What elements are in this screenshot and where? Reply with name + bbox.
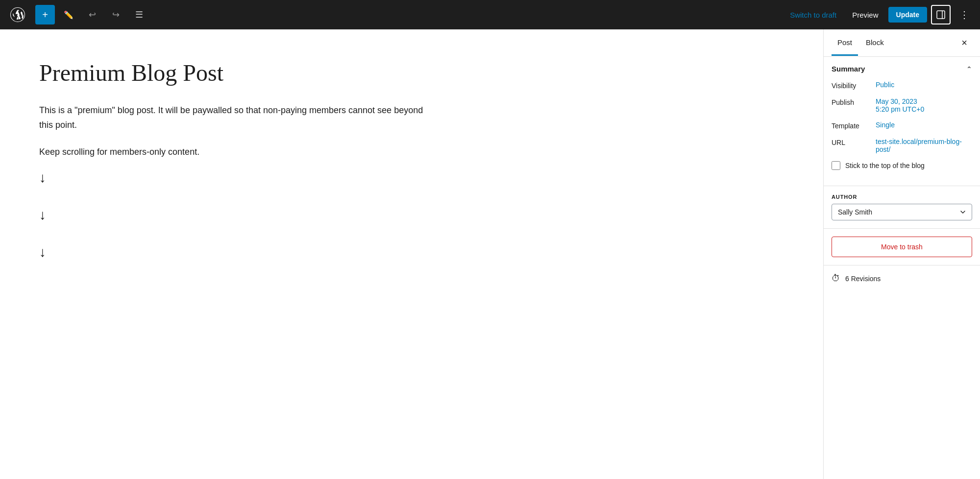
revisions-section[interactable]: ⏱ 6 Revisions <box>824 265 980 291</box>
toolbar-right: Switch to draft Preview Update ⋮ <box>784 5 974 24</box>
url-value[interactable]: test-site.local/premium-blog-post/ <box>876 138 972 153</box>
editor[interactable]: Premium Blog Post This is a "premium" bl… <box>0 29 823 479</box>
publish-value[interactable]: May 30, 2023 5:20 pm UTC+0 <box>876 97 972 113</box>
stick-to-top-row: Stick to the top of the blog <box>832 161 972 170</box>
template-row: Template Single <box>832 121 972 130</box>
stick-to-top-label: Stick to the top of the blog <box>845 162 925 169</box>
visibility-value[interactable]: Public <box>876 81 972 89</box>
revisions-icon: ⏱ <box>832 273 840 284</box>
wp-logo[interactable] <box>6 3 29 26</box>
list-view-button[interactable]: ☰ <box>129 5 149 24</box>
publish-row: Publish May 30, 2023 5:20 pm UTC+0 <box>832 97 972 113</box>
main-area: Premium Blog Post This is a "premium" bl… <box>0 29 980 479</box>
author-label: AUTHOR <box>832 194 972 200</box>
add-block-button[interactable]: + <box>35 5 55 24</box>
tab-block[interactable]: Block <box>860 30 890 56</box>
visibility-row: Visibility Public <box>832 81 972 90</box>
template-value[interactable]: Single <box>876 121 972 129</box>
svg-rect-1 <box>937 11 945 19</box>
post-body: This is a "premium" blog post. It will b… <box>39 103 431 160</box>
move-to-trash-button[interactable]: Move to trash <box>832 237 972 257</box>
toolbar: + ✏️ ↩ ↪ ☰ Switch to draft Preview Updat… <box>0 0 980 29</box>
tab-post[interactable]: Post <box>832 30 858 56</box>
edit-button[interactable]: ✏️ <box>59 5 78 24</box>
summary-section: Summary ⌃ Visibility Public Publish May … <box>824 57 980 186</box>
switch-to-draft-button[interactable]: Switch to draft <box>784 7 842 23</box>
revisions-label: 6 Revisions <box>845 275 881 283</box>
arrow-block-2: ↓ <box>39 208 784 222</box>
redo-button[interactable]: ↪ <box>106 5 125 24</box>
close-sidebar-button[interactable]: × <box>956 35 972 51</box>
list-view-icon: ☰ <box>135 9 143 20</box>
undo-icon: ↩ <box>89 9 96 20</box>
trash-section: Move to trash <box>824 229 980 265</box>
paragraph-2[interactable]: Keep scrolling for members-only content. <box>39 144 431 160</box>
pencil-icon: ✏️ <box>64 10 74 20</box>
post-title[interactable]: Premium Blog Post <box>39 59 784 87</box>
template-label: Template <box>832 121 876 130</box>
sidebar-toggle-button[interactable] <box>931 5 951 24</box>
arrow-block-3: ↓ <box>39 245 784 259</box>
paragraph-1[interactable]: This is a "premium" blog post. It will b… <box>39 103 431 133</box>
undo-button[interactable]: ↩ <box>82 5 102 24</box>
sidebar: Post Block × Summary ⌃ Visibility Public… <box>823 29 980 479</box>
url-row: URL test-site.local/premium-blog-post/ <box>832 138 972 153</box>
summary-title: Summary <box>832 65 865 73</box>
publish-label: Publish <box>832 97 876 106</box>
url-label: URL <box>832 138 876 146</box>
collapse-icon[interactable]: ⌃ <box>966 65 972 73</box>
summary-header: Summary ⌃ <box>832 65 972 73</box>
update-button[interactable]: Update <box>888 7 927 23</box>
stick-to-top-checkbox[interactable] <box>832 161 840 170</box>
arrow-block-1: ↓ <box>39 171 784 185</box>
visibility-label: Visibility <box>832 81 876 90</box>
sidebar-header: Post Block × <box>824 29 980 57</box>
preview-button[interactable]: Preview <box>846 7 884 23</box>
redo-icon: ↪ <box>112 9 120 20</box>
author-section: AUTHOR Sally Smith <box>824 186 980 229</box>
more-options-button[interactable]: ⋮ <box>955 5 974 24</box>
author-select[interactable]: Sally Smith <box>832 204 972 220</box>
add-icon: + <box>42 9 48 21</box>
